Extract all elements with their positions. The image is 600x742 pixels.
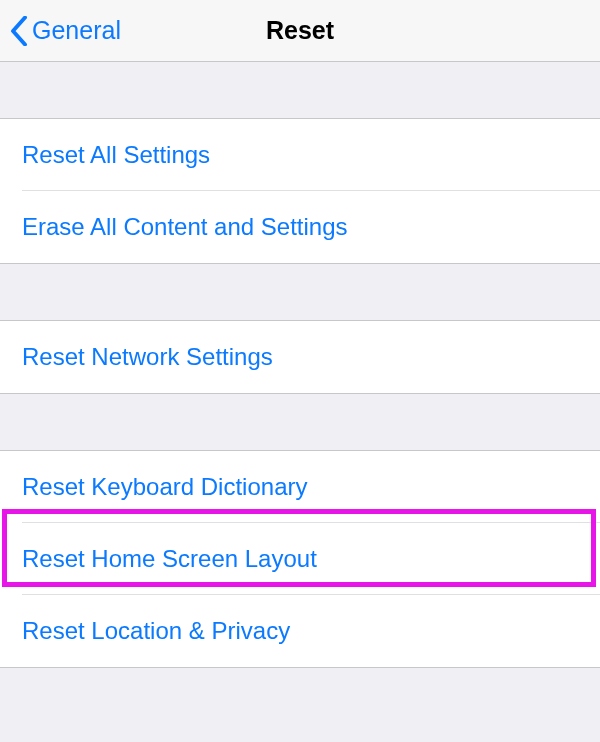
reset-home-screen-layout-row[interactable]: Reset Home Screen Layout <box>0 523 600 595</box>
settings-group-2: Reset Network Settings <box>0 320 600 394</box>
reset-location-privacy-row[interactable]: Reset Location & Privacy <box>0 595 600 667</box>
row-label: Reset Home Screen Layout <box>22 545 317 573</box>
back-button[interactable]: General <box>10 0 121 61</box>
chevron-left-icon <box>10 16 28 46</box>
row-label: Reset Network Settings <box>22 343 273 371</box>
group-gap <box>0 62 600 118</box>
erase-all-content-row[interactable]: Erase All Content and Settings <box>0 191 600 263</box>
row-label: Erase All Content and Settings <box>22 213 348 241</box>
group-gap <box>0 394 600 450</box>
row-label: Reset All Settings <box>22 141 210 169</box>
reset-network-settings-row[interactable]: Reset Network Settings <box>0 321 600 393</box>
navbar: General Reset <box>0 0 600 62</box>
back-label: General <box>32 16 121 45</box>
reset-all-settings-row[interactable]: Reset All Settings <box>0 119 600 191</box>
settings-group-1: Reset All Settings Erase All Content and… <box>0 118 600 264</box>
bottom-spacer <box>0 668 600 742</box>
reset-keyboard-dictionary-row[interactable]: Reset Keyboard Dictionary <box>0 451 600 523</box>
row-label: Reset Keyboard Dictionary <box>22 473 307 501</box>
row-label: Reset Location & Privacy <box>22 617 290 645</box>
group-gap <box>0 264 600 320</box>
settings-group-3: Reset Keyboard Dictionary Reset Home Scr… <box>0 450 600 668</box>
